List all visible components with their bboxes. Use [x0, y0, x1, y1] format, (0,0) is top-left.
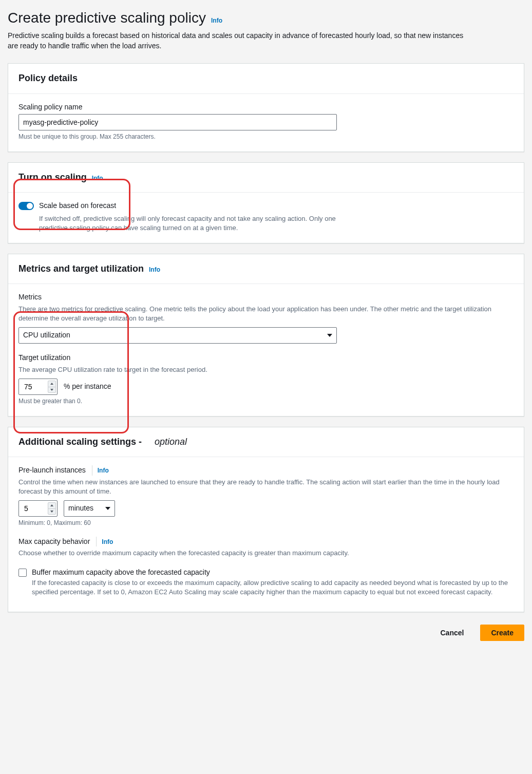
target-utilization-label: Target utilization [18, 353, 514, 363]
stepper-down-icon[interactable] [48, 509, 55, 515]
page-title: Create predictive scaling policy Info [8, 8, 524, 28]
prelaunch-stepper[interactable] [48, 502, 56, 515]
policy-details-panel: Policy details Scaling policy name Must … [8, 63, 524, 152]
metrics-select[interactable]: CPU utilization [18, 327, 337, 344]
prelaunch-info-link[interactable]: Info [98, 467, 109, 474]
prelaunch-unit-value: minutes [68, 503, 93, 514]
scale-based-on-forecast-desc: If switched off, predictive scaling will… [39, 214, 357, 233]
turn-on-scaling-panel: Turn on scaling Info Scale based on fore… [8, 162, 524, 243]
target-utilization-input[interactable] [18, 379, 58, 395]
scale-based-on-forecast-label: Scale based on forecast [39, 201, 116, 211]
chevron-down-icon [105, 507, 110, 510]
page-info-link[interactable]: Info [211, 16, 222, 25]
policy-name-hint: Must be unique to this group. Max 255 ch… [18, 133, 514, 141]
prelaunch-unit-select[interactable]: minutes [64, 500, 115, 517]
maxcap-info-link[interactable]: Info [102, 538, 113, 545]
policy-name-input[interactable] [18, 114, 337, 130]
target-utilization-stepper[interactable] [48, 381, 56, 393]
policy-details-heading: Policy details [18, 72, 514, 85]
prelaunch-value-input[interactable] [18, 500, 58, 517]
additional-settings-heading: Additional scaling settings - optional [18, 436, 514, 448]
target-utilization-desc: The average CPU utilization rate to targ… [18, 365, 514, 374]
maxcap-desc: Choose whether to override maximum capac… [18, 549, 514, 558]
scale-based-on-forecast-toggle[interactable] [18, 202, 34, 210]
chevron-down-icon [327, 334, 332, 337]
cancel-button[interactable]: Cancel [430, 625, 474, 641]
page-description: Predictive scaling builds a forecast bas… [8, 31, 470, 51]
metrics-label: Metrics [18, 292, 514, 303]
prelaunch-value[interactable] [23, 504, 46, 513]
buffer-max-capacity-checkbox[interactable] [18, 569, 27, 577]
metrics-info-link[interactable]: Info [149, 266, 160, 274]
additional-settings-panel: Additional scaling settings - optional P… [8, 427, 524, 612]
policy-name-label: Scaling policy name [18, 102, 514, 112]
turn-on-scaling-heading: Turn on scaling [18, 171, 87, 184]
metrics-panel: Metrics and target utilization Info Metr… [8, 254, 524, 417]
prelaunch-hint: Minimum: 0, Maximum: 60 [18, 519, 514, 527]
prelaunch-label: Pre-launch instances [18, 465, 86, 476]
metrics-select-value: CPU utilization [23, 330, 70, 341]
buffer-max-capacity-desc: If the forecasted capacity is close to o… [32, 578, 514, 597]
target-utilization-value[interactable] [23, 382, 46, 391]
metrics-desc: There are two metrics for predictive sca… [18, 305, 514, 323]
prelaunch-desc: Control the time when new instances are … [18, 478, 514, 496]
page-title-text: Create predictive scaling policy [8, 8, 206, 28]
turn-on-scaling-info-link[interactable]: Info [92, 174, 103, 183]
stepper-down-icon[interactable] [48, 387, 55, 393]
stepper-up-icon[interactable] [48, 503, 55, 509]
create-button[interactable]: Create [480, 625, 524, 641]
target-utilization-unit: % per instance [64, 382, 111, 392]
metrics-heading: Metrics and target utilization [18, 262, 144, 275]
buffer-max-capacity-label: Buffer maximum capacity above the foreca… [32, 568, 514, 578]
maxcap-label: Max capacity behavior [18, 537, 90, 547]
target-utilization-hint: Must be greater than 0. [18, 397, 514, 406]
stepper-up-icon[interactable] [48, 381, 55, 387]
